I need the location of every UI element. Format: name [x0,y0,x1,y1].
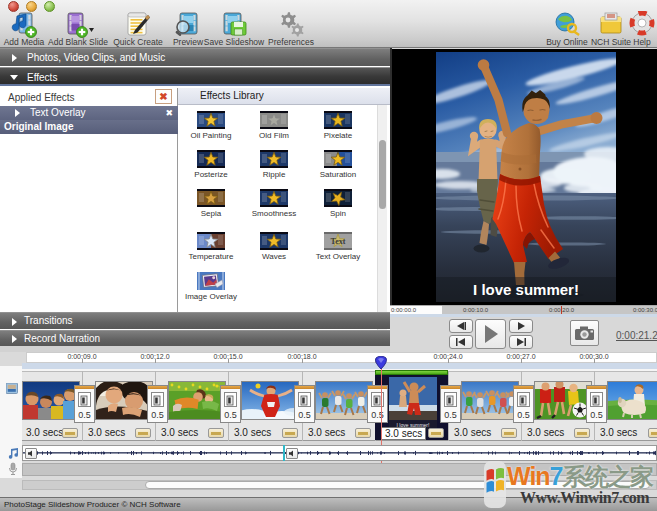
svg-text:Text: Text [331,237,346,246]
svg-text:I love summer!: I love summer! [473,281,579,298]
